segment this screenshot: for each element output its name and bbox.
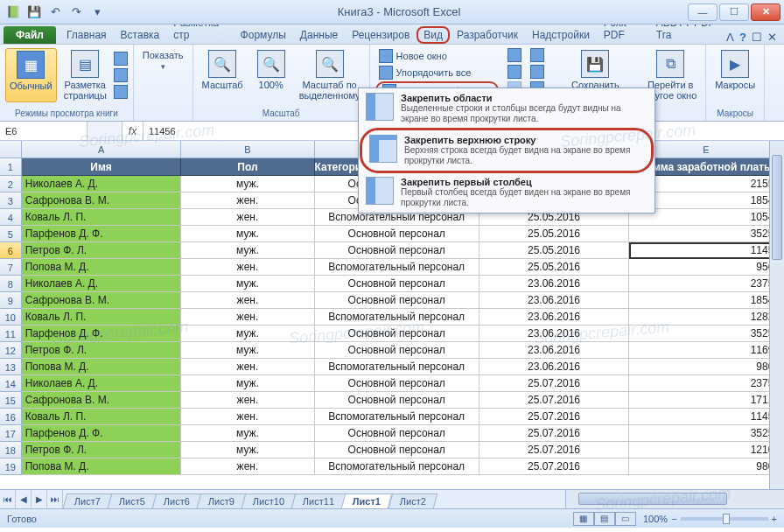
- cell-gender[interactable]: муж.: [181, 176, 314, 192]
- row-header[interactable]: 6: [0, 242, 22, 259]
- sheet-tab[interactable]: Лист9: [197, 494, 247, 508]
- cell-name[interactable]: Коваль Л. П.: [22, 209, 182, 226]
- cell-category[interactable]: Вспомогательный персонал: [315, 309, 480, 326]
- vscroll-thumb[interactable]: [772, 155, 782, 260]
- cell-gender[interactable]: муж.: [181, 226, 314, 242]
- cell-name[interactable]: Коваль Л. П.: [22, 309, 182, 326]
- tab-formulas[interactable]: Формулы: [234, 26, 293, 44]
- freeze-panes-item[interactable]: Закрепить области Выделенные строки и ст…: [359, 88, 654, 129]
- excel-icon[interactable]: 📗: [4, 4, 23, 21]
- sheet-nav-last[interactable]: ⏭: [47, 490, 63, 508]
- cell-category[interactable]: Основной персонал: [315, 276, 480, 292]
- cell-name[interactable]: Сафронова В. М.: [22, 292, 182, 309]
- cell-gender[interactable]: муж.: [181, 242, 314, 259]
- cell-name[interactable]: Коваль Л. П.: [22, 409, 182, 425]
- zoom-slider[interactable]: [681, 517, 768, 521]
- col-header-A[interactable]: A: [22, 141, 182, 158]
- row-header[interactable]: 7: [0, 259, 22, 276]
- tab-developer[interactable]: Разработчик: [450, 26, 525, 44]
- cell-name[interactable]: Попова М. Д.: [22, 359, 182, 375]
- cell-date[interactable]: 23.06.2016: [480, 342, 629, 359]
- cell-gender[interactable]: жен.: [181, 209, 314, 226]
- cell-gender[interactable]: жен.: [181, 192, 314, 209]
- new-window-button[interactable]: Новое окно: [375, 48, 500, 64]
- row-header[interactable]: 12: [0, 342, 22, 359]
- cell-gender[interactable]: жен.: [181, 409, 314, 425]
- cell-category[interactable]: Вспомогательный персонал: [315, 458, 480, 475]
- row-header[interactable]: 8: [0, 276, 22, 292]
- macros-button[interactable]: ▶ Макросы: [711, 48, 759, 92]
- cell-salary[interactable]: 23754: [629, 375, 784, 392]
- sheet-tab[interactable]: Лист11: [291, 494, 346, 508]
- cell-category[interactable]: Основной персонал: [315, 242, 480, 259]
- tab-view[interactable]: Вид: [416, 26, 450, 44]
- page-break-icon[interactable]: [114, 52, 128, 66]
- cell-date[interactable]: 25.05.2016: [480, 259, 629, 276]
- cell-gender[interactable]: жен.: [181, 458, 314, 475]
- cell-name[interactable]: Попова М. Д.: [22, 259, 182, 276]
- zoom-selection-button[interactable]: 🔍 Масштаб по выделенному: [296, 48, 364, 102]
- cell-salary[interactable]: 17115: [629, 392, 784, 409]
- freeze-first-col-item[interactable]: Закрепить первый столбец Первый столбец …: [359, 172, 654, 213]
- cell-date[interactable]: 25.07.2016: [480, 409, 629, 425]
- file-tab[interactable]: Файл: [4, 26, 56, 44]
- page-layout-shortcut[interactable]: ▤: [594, 512, 615, 526]
- cell-salary[interactable]: 9800: [629, 458, 784, 475]
- help-icon[interactable]: ?: [739, 31, 746, 44]
- sync-scroll-icon[interactable]: [530, 48, 544, 62]
- cell-name[interactable]: Парфенов Д. Ф.: [22, 226, 182, 242]
- cell-category[interactable]: Вспомогательный персонал: [315, 409, 480, 425]
- cell-category[interactable]: Основной персонал: [315, 342, 480, 359]
- view-side-icon[interactable]: [530, 65, 544, 79]
- row-header[interactable]: 14: [0, 375, 22, 392]
- horizontal-scrollbar[interactable]: [565, 490, 784, 508]
- cell-category[interactable]: Основной персонал: [315, 226, 480, 242]
- cell-category[interactable]: Основной персонал: [315, 292, 480, 309]
- row-header[interactable]: 19: [0, 458, 22, 475]
- cell-name[interactable]: Парфенов Д. Ф.: [22, 425, 182, 442]
- cell-gender[interactable]: муж.: [181, 425, 314, 442]
- cell-category[interactable]: Основной персонал: [315, 425, 480, 442]
- cell-salary[interactable]: 9800: [629, 359, 784, 375]
- cell-salary[interactable]: 11456: [629, 242, 784, 259]
- row-header[interactable]: 15: [0, 392, 22, 409]
- row-header[interactable]: 4: [0, 209, 22, 226]
- header-gender[interactable]: Пол: [181, 158, 314, 176]
- cell-salary[interactable]: 35254: [629, 425, 784, 442]
- fx-icon[interactable]: fx: [122, 122, 144, 140]
- cell-category[interactable]: Основной персонал: [315, 392, 480, 409]
- close-button[interactable]: ✕: [751, 4, 780, 21]
- row-header[interactable]: 3: [0, 192, 22, 209]
- row-header[interactable]: 5: [0, 226, 22, 242]
- cell-gender[interactable]: жен.: [181, 292, 314, 309]
- zoom-out-button[interactable]: −: [671, 514, 676, 524]
- cell-salary[interactable]: 11452: [629, 409, 784, 425]
- undo-icon[interactable]: ↶: [46, 4, 65, 21]
- row-header-1[interactable]: 1: [0, 158, 22, 176]
- header-name[interactable]: Имя: [22, 158, 182, 176]
- cell-gender[interactable]: муж.: [181, 342, 314, 359]
- qat-more-icon[interactable]: ▾: [88, 4, 107, 21]
- cell-name[interactable]: Петров Ф. Л.: [22, 342, 182, 359]
- sheet-tab[interactable]: Лист10: [242, 494, 297, 508]
- freeze-top-row-item[interactable]: Закрепить верхнюю строку Верхняя строка …: [362, 130, 651, 171]
- cell-gender[interactable]: жен.: [181, 392, 314, 409]
- cell-category[interactable]: Основной персонал: [315, 375, 480, 392]
- cell-gender[interactable]: жен.: [181, 359, 314, 375]
- cell-name[interactable]: Сафронова В. М.: [22, 192, 182, 209]
- sheet-tab[interactable]: Лист7: [63, 494, 112, 508]
- row-header[interactable]: 10: [0, 309, 22, 326]
- sheet-tab[interactable]: Лист2: [388, 494, 438, 508]
- show-button[interactable]: Показать ▾: [139, 48, 187, 73]
- save-icon[interactable]: 💾: [24, 4, 44, 21]
- custom-views-icon[interactable]: [114, 68, 128, 82]
- row-header[interactable]: 13: [0, 359, 22, 375]
- maximize-button[interactable]: ☐: [719, 4, 749, 21]
- doc-restore-icon[interactable]: ☐: [752, 31, 762, 44]
- sheet-tab[interactable]: Лист6: [152, 494, 202, 508]
- cell-name[interactable]: Николаев А. Д.: [22, 276, 182, 292]
- cell-salary[interactable]: 9564: [629, 259, 784, 276]
- select-all-corner[interactable]: [0, 141, 22, 158]
- page-layout-button[interactable]: ▤ Разметка страницы: [60, 48, 110, 102]
- cell-salary[interactable]: 35254: [629, 226, 784, 242]
